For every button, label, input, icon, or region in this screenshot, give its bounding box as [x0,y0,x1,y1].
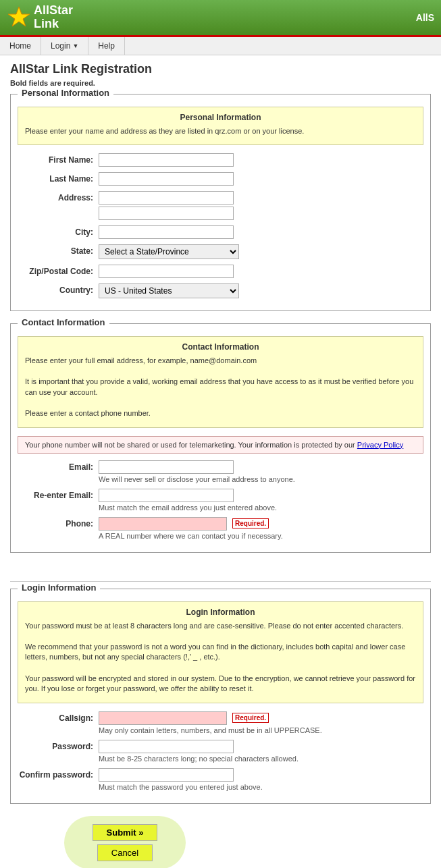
login-information-section: Login Information Login Information Your… [10,589,431,804]
navbar: Home Login ▼ Help [0,37,441,55]
phone-row: Phone: Required. A REAL number where we … [18,517,423,540]
header: AllStar Link AllS [0,0,441,37]
callsign-row: Callsign: Required. May only contain let… [18,711,423,734]
city-row: City: [18,225,423,239]
contact-warning-box: Your phone number will not be shared or … [18,436,423,454]
zip-label: Zip/Postal Code: [18,265,99,276]
contact-warning-text: Your phone number will not be shared or … [25,441,357,449]
page-content: AllStar Link Registration Bold fields ar… [0,55,441,868]
callsign-hint: May only contain letters, numbers, and m… [99,726,423,734]
header-right-text: AllS [416,12,434,23]
login-info-box: Login Information Your password must be … [18,601,423,703]
address-row: Address: [18,191,423,220]
login-info-line3: Your password will be encrypted and stor… [25,674,416,695]
nav-login[interactable]: Login ▼ [41,37,88,55]
login-info-title: Login Information [25,607,416,617]
page-title: AllStar Link Registration [10,62,431,76]
personal-info-title: Personal Information [25,113,416,122]
contact-information-section: Contact Information Contact Information … [10,323,431,553]
callsign-label: Callsign: [18,711,99,723]
svg-marker-0 [8,7,30,26]
nav-home[interactable]: Home [0,37,41,55]
last-name-row: Last Name: [18,172,423,186]
personal-info-text: Please enter your name and address as th… [25,126,416,136]
state-select[interactable]: Select a State/Province [99,244,239,259]
password-row: Password: Must be 8-25 characters long; … [18,740,423,763]
confirm-password-input[interactable] [99,768,234,782]
first-name-row: First Name: [18,153,423,167]
re-email-input[interactable] [99,489,234,502]
password-hint: Must be 8-25 characters long; no special… [99,755,423,763]
password-label: Password: [18,740,99,751]
logo-star-icon [7,5,31,30]
address-line2-input[interactable] [99,207,234,220]
state-label: State: [18,244,99,256]
buttons-area: Submit » Cancel [64,816,186,869]
zip-input[interactable] [99,265,234,278]
phone-input[interactable] [99,517,227,531]
section-divider [10,581,431,582]
cancel-button[interactable]: Cancel [97,844,153,861]
email-input[interactable] [99,460,234,474]
first-name-input[interactable] [99,153,234,167]
re-email-hint: Must match the email address you just en… [99,504,423,512]
contact-info-title: Contact Information [25,342,416,352]
zip-row: Zip/Postal Code: [18,265,423,278]
country-row: Country: US - United States [18,283,423,298]
logo-text: AllStar Link [34,4,73,31]
required-note: Bold fields are required. [10,79,431,87]
privacy-policy-link[interactable]: Privacy Policy [357,441,403,449]
personal-info-box: Personal Information Please enter your n… [18,107,423,145]
email-row: Email: We will never sell or disclose yo… [18,460,423,483]
nav-help[interactable]: Help [88,37,125,55]
country-label: Country: [18,283,99,295]
email-label: Email: [18,460,99,472]
callsign-required-badge: Required. [232,713,269,723]
last-name-label: Last Name: [18,172,99,184]
state-row: State: Select a State/Province [18,244,423,259]
login-info-line1: Your password must be at least 8 charact… [25,621,416,631]
first-name-label: First Name: [18,153,99,165]
re-email-label: Re-enter Email: [18,489,99,500]
phone-label: Phone: [18,517,99,528]
password-input[interactable] [99,740,234,753]
confirm-password-row: Confirm password: Must match the passwor… [18,768,423,791]
address-line1-input[interactable] [99,191,234,205]
callsign-input[interactable] [99,711,227,725]
country-select[interactable]: US - United States [99,283,239,298]
email-hint: We will never sell or disclose your emai… [99,475,423,483]
phone-hint: A REAL number where we can contact you i… [99,532,423,540]
login-section-legend: Login Information [18,582,100,593]
login-info-line2: We recommend that your password is not a… [25,642,416,663]
re-email-row: Re-enter Email: Must match the email add… [18,489,423,512]
confirm-password-hint: Must match the password you entered just… [99,783,423,791]
city-input[interactable] [99,225,234,239]
last-name-input[interactable] [99,172,234,186]
phone-required-badge: Required. [232,518,269,528]
submit-button[interactable]: Submit » [93,824,158,841]
contact-info-box: Contact Information Please enter your fu… [18,336,423,428]
contact-section-legend: Contact Information [18,317,109,327]
city-label: City: [18,225,99,237]
contact-info-line3: Please enter a contact phone number. [25,408,416,418]
personal-information-section: Personal Information Personal Informatio… [10,94,431,311]
contact-info-line2: It is important that you provide a valid… [25,377,416,398]
confirm-password-label: Confirm password: [18,768,99,780]
logo: AllStar Link [7,4,73,31]
login-dropdown-icon: ▼ [72,43,78,49]
personal-section-legend: Personal Information [18,88,113,98]
contact-info-line1: Please enter your full email address, fo… [25,356,416,366]
address-label: Address: [18,191,99,202]
